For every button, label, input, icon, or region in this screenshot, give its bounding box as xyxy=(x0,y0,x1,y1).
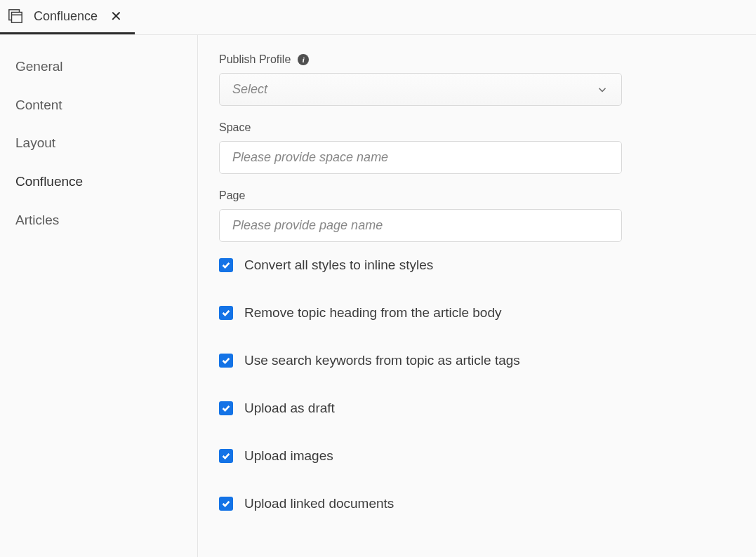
page-input[interactable] xyxy=(219,209,622,242)
checkbox-icon[interactable] xyxy=(219,354,233,368)
sidebar-item-articles[interactable]: Articles xyxy=(0,201,197,240)
sidebar: General Content Layout Confluence Articl… xyxy=(0,35,198,557)
checkbox-icon[interactable] xyxy=(219,258,233,272)
page-label: Page xyxy=(219,189,245,202)
space-input[interactable] xyxy=(219,141,622,174)
checkbox-remove-heading[interactable]: Remove topic heading from the article bo… xyxy=(219,305,735,321)
main-layout: General Content Layout Confluence Articl… xyxy=(0,35,756,557)
checkbox-icon[interactable] xyxy=(219,401,233,415)
close-icon[interactable]: ✕ xyxy=(110,9,122,23)
checkbox-icon[interactable] xyxy=(219,306,233,320)
content-panel: Publish Profile i Select Space Page xyxy=(198,35,756,557)
page-group: Page xyxy=(219,189,735,242)
publish-profile-group: Publish Profile i Select xyxy=(219,53,735,106)
publish-profile-label: Publish Profile xyxy=(219,53,291,66)
sidebar-item-content[interactable]: Content xyxy=(0,86,197,125)
chevron-down-icon xyxy=(596,83,609,96)
sidebar-item-general[interactable]: General xyxy=(0,48,197,86)
field-label-row: Space xyxy=(219,121,735,134)
checkbox-search-keywords[interactable]: Use search keywords from topic as articl… xyxy=(219,353,735,368)
field-label-row: Page xyxy=(219,189,735,202)
svg-rect-1 xyxy=(12,13,22,23)
checkbox-label: Upload images xyxy=(244,448,333,464)
tab-confluence[interactable]: Confluence ✕ xyxy=(0,0,135,34)
info-icon[interactable]: i xyxy=(298,54,309,65)
checkbox-label: Remove topic heading from the article bo… xyxy=(244,305,501,321)
select-placeholder: Select xyxy=(232,82,267,97)
checkbox-upload-draft[interactable]: Upload as draft xyxy=(219,401,735,416)
checkbox-label: Upload as draft xyxy=(244,401,335,416)
publish-profile-select[interactable]: Select xyxy=(219,73,622,106)
space-group: Space xyxy=(219,121,735,174)
checkbox-icon[interactable] xyxy=(219,497,233,511)
tab-bar: Confluence ✕ xyxy=(0,0,756,35)
checkbox-upload-documents[interactable]: Upload linked documents xyxy=(219,496,735,511)
checkbox-label: Use search keywords from topic as articl… xyxy=(244,353,520,368)
sidebar-item-layout[interactable]: Layout xyxy=(0,124,197,163)
field-label-row: Publish Profile i xyxy=(219,53,735,66)
window-icon xyxy=(7,8,24,25)
checkbox-label: Convert all styles to inline styles xyxy=(244,257,433,273)
space-label: Space xyxy=(219,121,251,134)
checkbox-inline-styles[interactable]: Convert all styles to inline styles xyxy=(219,257,735,273)
tab-label: Confluence xyxy=(34,9,98,24)
checkbox-label: Upload linked documents xyxy=(244,496,394,511)
sidebar-item-confluence[interactable]: Confluence xyxy=(0,163,197,201)
checkbox-icon[interactable] xyxy=(219,449,233,463)
checkbox-upload-images[interactable]: Upload images xyxy=(219,448,735,464)
